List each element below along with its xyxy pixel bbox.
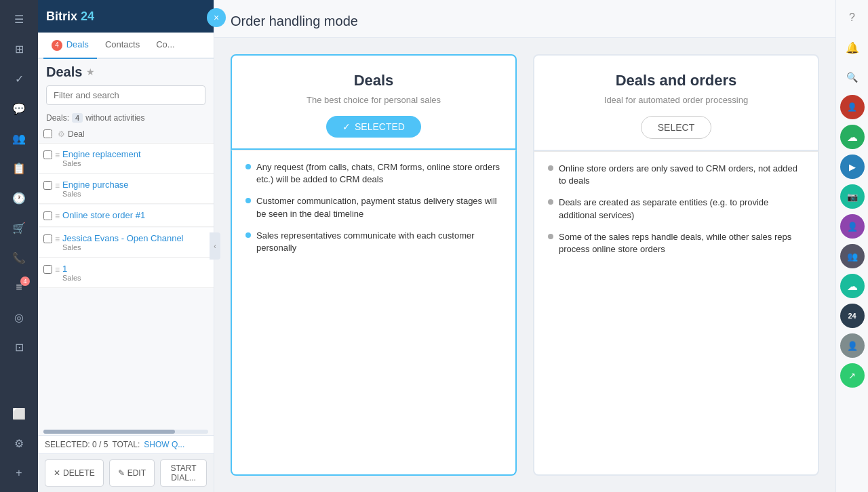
app-logo[interactable]: Bitrix 24 <box>46 9 94 24</box>
deals-list-icon[interactable]: 📋 <box>5 155 33 182</box>
deal-checkbox-4[interactable] <box>43 234 52 243</box>
tasks-icon[interactable]: ✓ <box>5 65 33 92</box>
deals-selected-button[interactable]: ✓ SELECTED <box>326 116 421 138</box>
left-sidebar: ☰ ⊞ ✓ 💬 👥 📋 🕐 🛒 📞 ≡ 4 ◎ ⊡ ⬜ ⚙ + <box>0 0 38 492</box>
user-avatar[interactable]: 👤 <box>840 95 865 119</box>
settings-icon[interactable]: ⚙ <box>5 430 33 457</box>
phone-icon[interactable]: 📞 <box>5 244 33 271</box>
star-icon[interactable]: ★ <box>86 66 95 77</box>
deals-feature-1: Any request (from calls, chats, CRM form… <box>245 161 502 186</box>
crm-bottom-status: SELECTED: 0 / 5 TOTAL: SHOW Q... <box>38 435 214 453</box>
delete-icon: ✕ <box>54 468 60 478</box>
collapse-panel-handle[interactable]: ‹ <box>210 232 220 260</box>
drag-handle[interactable]: ≡ <box>55 150 60 160</box>
bell-icon[interactable]: 🔔 <box>840 35 865 60</box>
edit-button[interactable]: ✎ EDIT <box>109 459 155 487</box>
user2-icon[interactable]: 👤 <box>840 214 865 239</box>
deals-title: Deals <box>46 64 82 80</box>
search-icon[interactable]: 🔍 <box>840 65 865 89</box>
feature-dot-gray <box>548 234 553 239</box>
feature-dot-gray <box>548 199 553 205</box>
modal-header: Order handling mode <box>214 0 835 38</box>
deal-name-4[interactable]: Jessica Evans - Open Channel <box>62 233 208 243</box>
drag-handle-5[interactable]: ≡ <box>55 265 60 274</box>
search-input[interactable] <box>46 85 205 105</box>
activity-icon[interactable]: ≡ 4 <box>5 274 33 301</box>
deals-feature-3: Sales representatives communicate with e… <box>245 230 502 254</box>
horizontal-scrollbar[interactable] <box>43 430 208 434</box>
show-quantity-link[interactable]: SHOW Q... <box>144 440 184 449</box>
table-row: ≡ Engine purchase Sales <box>38 174 214 204</box>
deals-list: ≡ Engine replacement Sales ≡ Engine purc… <box>38 144 214 429</box>
deals-card-subtitle: The best choice for personal sales <box>307 95 441 105</box>
user3-icon[interactable]: 👤 <box>840 333 865 358</box>
deal-content-1: Engine replacement Sales <box>62 149 208 167</box>
deal-checkbox-2[interactable] <box>43 181 52 190</box>
tab-co[interactable]: Co... <box>148 33 182 59</box>
tab-contacts[interactable]: Contacts <box>97 33 148 59</box>
deals-card-top: Deals The best choice for personal sales… <box>231 54 517 150</box>
chat-icon[interactable]: 💬 <box>5 95 33 122</box>
shop-icon[interactable]: 🛒 <box>5 214 33 241</box>
deals-card-bottom: Any request (from calls, chats, CRM form… <box>231 150 517 476</box>
search-bar <box>46 85 205 105</box>
drag-handle-2[interactable]: ≡ <box>55 181 60 190</box>
scrollbar-thumb <box>43 430 175 434</box>
table-row: ≡ Jessica Evans - Open Channel Sales <box>38 228 214 258</box>
drag-handle-3[interactable]: ≡ <box>55 211 60 221</box>
modal-title: Order handling mode <box>231 14 358 29</box>
contacts-icon[interactable]: 👥 <box>5 125 33 152</box>
deals-count-badge: 4 <box>72 113 83 123</box>
deal-name-1[interactable]: Engine replacement <box>62 149 208 159</box>
crm-bottom-actions: ✕ DELETE ✎ EDIT START DIAL... <box>38 453 214 492</box>
deal-name-3[interactable]: Online store order #1 <box>62 210 208 220</box>
question-icon[interactable]: ? <box>840 5 865 30</box>
cloud-green-icon[interactable]: ☁ <box>840 125 865 149</box>
menu-icon[interactable]: ☰ <box>5 5 33 33</box>
deals-orders-card-subtitle: Ideal for automated order processing <box>604 95 748 105</box>
tab-deals[interactable]: 4 Deals <box>43 33 97 59</box>
deals-subtitle: Deals: 4 without activities <box>38 110 214 125</box>
plus-icon[interactable]: + <box>5 459 33 487</box>
table-row: ≡ Engine replacement Sales <box>38 144 214 173</box>
right-sidebar: ? 🔔 🔍 👤 ☁ ▶ 📷 👤 👥 ☁ 24 👤 ↗ <box>835 0 868 492</box>
video-icon[interactable]: ▶ <box>840 155 865 179</box>
deal-name-2[interactable]: Engine purchase <box>62 180 208 190</box>
cards-row: Deals The best choice for personal sales… <box>231 54 819 476</box>
drag-handle-4[interactable]: ≡ <box>55 234 60 244</box>
deal-checkbox-1[interactable] <box>43 150 52 159</box>
deal-stage-1: Sales <box>62 159 208 167</box>
b24-icon[interactable]: 24 <box>840 304 865 328</box>
grid-icon[interactable]: ⊞ <box>5 35 33 62</box>
deals-orders-feature-1: Online store orders are only saved to CR… <box>548 163 804 187</box>
share-icon[interactable]: ↗ <box>840 363 865 388</box>
deals-feature-2: Customer communication, payment status d… <box>245 195 502 220</box>
select-all-checkbox[interactable] <box>43 129 52 138</box>
deal-stage-2: Sales <box>62 190 208 198</box>
deal-checkbox-3[interactable] <box>43 211 52 220</box>
camera-icon[interactable]: 📷 <box>840 184 865 209</box>
table-row: ≡ 1 Sales <box>38 258 214 288</box>
window-icon[interactable]: ⬜ <box>5 400 33 427</box>
deal-checkbox-5[interactable] <box>43 265 52 274</box>
deal-content-5: 1 Sales <box>62 264 208 282</box>
deals-orders-select-button[interactable]: SELECT <box>641 116 711 139</box>
deals-tab-badge: 4 <box>52 40 62 51</box>
close-panel-button[interactable]: × <box>207 8 226 27</box>
start-dial-button[interactable]: START DIAL... <box>160 459 207 487</box>
feature-dot <box>245 198 251 203</box>
feature-dot <box>245 164 251 169</box>
group-icon[interactable]: 👥 <box>840 244 865 268</box>
clock-icon[interactable]: 🕐 <box>5 184 33 211</box>
activity-badge: 4 <box>20 276 30 286</box>
cloud2-icon[interactable]: ☁ <box>840 274 865 298</box>
deal-name-5[interactable]: 1 <box>62 264 208 274</box>
deals-orders-card-bottom: Online store orders are only saved to CR… <box>533 151 819 476</box>
target-icon[interactable]: ◎ <box>5 304 33 331</box>
deals-column-header: ⚙ Deal <box>38 125 214 144</box>
main-content: Order handling mode Deals The best choic… <box>214 0 835 492</box>
delete-button[interactable]: ✕ DELETE <box>45 459 104 487</box>
deal-content-2: Engine purchase Sales <box>62 180 208 198</box>
widgets-icon[interactable]: ⊡ <box>5 333 33 361</box>
crm-header: Bitrix 24 <box>38 0 214 33</box>
